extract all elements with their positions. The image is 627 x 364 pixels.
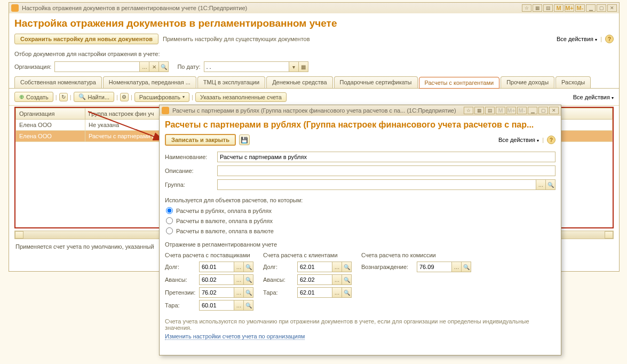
d-minimize-icon[interactable]: ▁ xyxy=(528,107,537,114)
group-lookup-btn[interactable]: 🔍 xyxy=(546,179,555,190)
tab-income[interactable]: Прочие доходы xyxy=(501,76,554,88)
group-field[interactable] xyxy=(217,179,536,190)
tab-counterparties[interactable]: Расчеты с контрагентами xyxy=(419,77,500,89)
lookup-btn[interactable]: 🔍 xyxy=(244,287,253,298)
d-m-icon: M xyxy=(496,107,505,114)
save-icon[interactable]: 💾 xyxy=(239,134,250,145)
group-label: Группа: xyxy=(165,181,214,188)
suppliers-header: Счета расчета с поставщиками xyxy=(165,252,253,259)
specify-button[interactable]: Указать незаполненные счета xyxy=(195,92,287,102)
maximize-icon[interactable]: ▢ xyxy=(597,4,606,12)
close-icon[interactable]: ✕ xyxy=(607,4,617,12)
commission-reward[interactable] xyxy=(417,262,452,272)
d-m-minus-icon: M- xyxy=(517,107,527,114)
group-ellipsis-btn[interactable]: … xyxy=(536,179,546,190)
find-button[interactable]: 🔍Найти... xyxy=(74,92,115,102)
help-icon[interactable]: ? xyxy=(605,35,614,43)
tab-gift[interactable]: Подарочные сертификаты xyxy=(334,76,418,88)
tab-inuse[interactable]: ТМЦ в эксплуатации xyxy=(197,76,265,88)
org-label: Организация: xyxy=(14,64,51,70)
save-and-close-button[interactable]: Записать и закрыть xyxy=(165,134,236,146)
apply-link[interactable]: Применить настройку для существующих док… xyxy=(163,36,310,42)
date-dropdown-btn[interactable]: ▾ xyxy=(289,61,299,72)
create-button[interactable]: ⊕Создать xyxy=(14,92,53,102)
org-input[interactable] xyxy=(54,61,140,72)
decrypt-button[interactable]: Расшифровать ▾ xyxy=(134,92,189,102)
save-template-button[interactable]: Сохранить настройку для новых документов xyxy=(14,34,158,44)
m-minus-icon[interactable]: M- xyxy=(575,4,585,12)
window-title: Настройка отражения документов в регламе… xyxy=(22,5,247,11)
all-actions-dropdown-3[interactable]: Все действия ▾ xyxy=(498,137,539,143)
name-field[interactable] xyxy=(217,152,555,162)
lookup-btn[interactable]: 🔍 xyxy=(342,287,352,298)
org-ellipsis-btn[interactable]: … xyxy=(140,61,149,72)
ellipsis-btn[interactable]: … xyxy=(234,262,244,272)
desc-label: Описание: xyxy=(165,168,214,174)
clients-header: Счета расчета с клиентами xyxy=(263,252,352,259)
d-toolbar-icon-3[interactable]: ▤ xyxy=(485,107,495,114)
desc-field[interactable] xyxy=(217,165,555,176)
all-actions-dropdown[interactable]: Все действия ▾ xyxy=(557,36,597,42)
clients-debt[interactable] xyxy=(297,262,332,272)
ellipsis-btn[interactable]: … xyxy=(332,274,342,285)
d-toolbar-icon-1[interactable]: ☆ xyxy=(464,107,473,114)
page-title: Настройка отражения документов в регламе… xyxy=(9,13,619,33)
col-org[interactable]: Организация xyxy=(16,108,85,120)
date-input[interactable] xyxy=(204,61,289,72)
filter-label: Отбор документов для настройки отражения… xyxy=(9,49,619,59)
radio-val-rub[interactable] xyxy=(166,217,173,224)
app-icon xyxy=(11,4,19,12)
org-lookup-btn[interactable]: 🔍 xyxy=(159,61,169,72)
tab-transferred[interactable]: Номенклатура, переданная ... xyxy=(103,76,196,88)
minimize-icon[interactable]: ▁ xyxy=(586,4,596,12)
toolbar-icon-2[interactable]: ▦ xyxy=(533,4,542,12)
main-titlebar: Настройка отражения документов в регламе… xyxy=(9,3,619,13)
d-maximize-icon[interactable]: ▢ xyxy=(538,107,548,114)
all-actions-dropdown-2[interactable]: Все действия ▾ xyxy=(573,94,614,100)
ellipsis-btn[interactable]: … xyxy=(452,262,462,272)
lookup-btn[interactable]: 🔍 xyxy=(342,274,352,285)
dialog-heading: Расчеты с партнерами в рублях (Группа на… xyxy=(160,116,561,133)
dialog-window: Расчеты с партнерами в рублях (Группа на… xyxy=(159,105,561,355)
radio-rub-rub[interactable] xyxy=(166,207,173,214)
hint-text: Счета учета используются по умолчанию пр… xyxy=(160,315,561,332)
lookup-btn[interactable]: 🔍 xyxy=(462,262,471,272)
name-label: Наименование: xyxy=(165,154,214,160)
d-toolbar-icon-2[interactable]: ▦ xyxy=(474,107,484,114)
toolbar-icon-3[interactable]: ▤ xyxy=(543,4,553,12)
lookup-btn[interactable]: 🔍 xyxy=(342,262,352,272)
lookup-btn[interactable]: 🔍 xyxy=(244,274,253,285)
ellipsis-btn[interactable]: … xyxy=(332,287,342,298)
commission-header: Счета расчета по комиссии xyxy=(361,252,471,259)
ellipsis-btn[interactable]: … xyxy=(234,274,244,285)
tab-cash[interactable]: Денежные средства xyxy=(266,76,332,88)
date-label: По дату: xyxy=(177,64,200,70)
org-clear-btn[interactable]: ✕ xyxy=(149,61,159,72)
refresh-icon[interactable]: ↻ xyxy=(59,93,68,101)
settings-icon[interactable]: ⚙ xyxy=(120,93,129,101)
radio-val-val[interactable] xyxy=(166,227,173,234)
m-plus-icon[interactable]: M+ xyxy=(565,4,574,12)
ellipsis-btn[interactable]: … xyxy=(234,300,244,311)
m-icon[interactable]: M xyxy=(554,4,563,12)
change-settings-link[interactable]: Изменить настройки счетов учета по орган… xyxy=(165,333,305,340)
clients-advance[interactable] xyxy=(297,274,332,285)
tab-expenses[interactable]: Расходы xyxy=(555,76,591,88)
ellipsis-btn[interactable]: … xyxy=(234,287,244,298)
lookup-btn[interactable]: 🔍 xyxy=(244,262,253,272)
tab-own[interactable]: Собственная номенклатура xyxy=(14,76,102,88)
suppliers-claims[interactable] xyxy=(199,287,234,298)
lookup-btn[interactable]: 🔍 xyxy=(244,300,253,311)
date-calendar-btn[interactable]: ▦ xyxy=(299,61,308,72)
suppliers-tara[interactable] xyxy=(199,300,234,311)
d-close-icon[interactable]: ✕ xyxy=(549,107,559,114)
ellipsis-btn[interactable]: … xyxy=(332,262,342,272)
clients-tara[interactable] xyxy=(297,287,332,298)
usage-label: Используется для объектов расчетов, по к… xyxy=(160,192,561,205)
toolbar-icon-1[interactable]: ☆ xyxy=(522,4,531,12)
reflection-label: Отражение в регламентированном учете xyxy=(160,236,561,250)
help-icon-2[interactable]: ? xyxy=(547,136,555,144)
dialog-title: Расчеты с партнерами в рублях (Группа на… xyxy=(172,107,456,114)
suppliers-debt[interactable] xyxy=(199,262,234,272)
suppliers-advance[interactable] xyxy=(199,274,234,285)
